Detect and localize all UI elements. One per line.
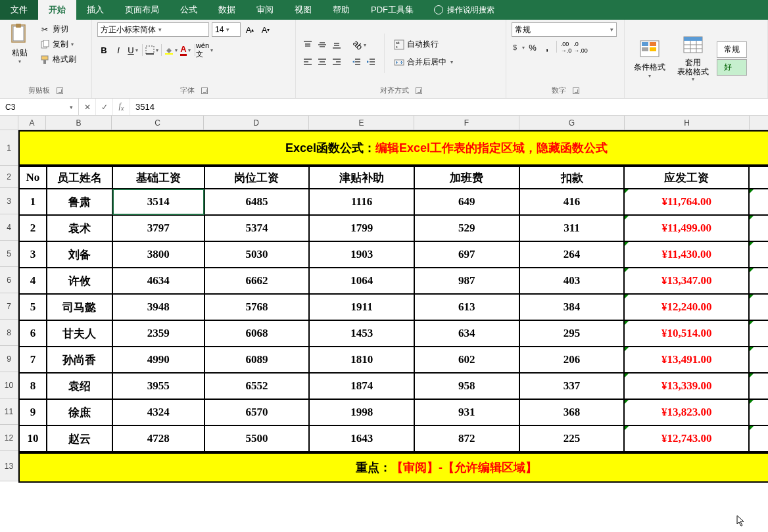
increase-decimal-button[interactable]: .00→.0 [560, 41, 573, 54]
wrap-text-button[interactable]: abc 自动换行 [391, 37, 456, 51]
italic-button[interactable]: I [112, 43, 125, 57]
cell[interactable]: 1911 [309, 294, 414, 320]
col-header-A[interactable]: A [18, 116, 46, 130]
bottom-align-button[interactable] [330, 38, 343, 51]
format-painter-button[interactable]: 格式刷 [37, 53, 79, 66]
formula-input-wrap[interactable] [130, 99, 768, 115]
cell[interactable]: 1116 [309, 189, 414, 215]
row-header-13[interactable]: 13 [0, 451, 18, 481]
header-cell[interactable]: 扣款 [519, 166, 625, 189]
underline-button[interactable]: U [126, 43, 139, 57]
cell[interactable]: 206 [519, 347, 625, 373]
cell[interactable]: 甘夫人 [47, 320, 112, 347]
cell[interactable]: 袁术 [47, 215, 112, 241]
cell[interactable]: 3800 [112, 241, 204, 268]
cell[interactable]: ¥11,166.00 [749, 241, 768, 268]
grow-font-button[interactable]: A▴ [243, 23, 256, 36]
clipboard-launcher[interactable] [57, 87, 63, 94]
row-header-5[interactable]: 5 [0, 241, 18, 267]
cell[interactable]: 958 [414, 373, 519, 399]
cell[interactable]: 529 [414, 215, 519, 241]
font-size-combo[interactable]: 14 ▾ [212, 22, 241, 37]
center-align-button[interactable] [316, 55, 329, 68]
increase-indent-button[interactable] [364, 55, 377, 68]
cell[interactable]: 6089 [204, 347, 310, 373]
tab-view[interactable]: 视图 [284, 0, 322, 20]
col-header-H[interactable]: H [625, 116, 750, 130]
cell[interactable]: 1810 [309, 347, 414, 373]
cancel-formula-button[interactable]: ✕ [79, 99, 96, 115]
cell[interactable]: 416 [519, 189, 625, 215]
font-name-combo[interactable]: 方正小标宋简体 ▾ [97, 22, 209, 37]
conditional-format-button[interactable]: 条件格式▾ [630, 37, 669, 80]
decrease-decimal-button[interactable]: .0→.00 [574, 41, 587, 54]
border-button[interactable] [145, 43, 158, 57]
fx-button[interactable]: fx [113, 99, 130, 115]
cell[interactable]: ¥11,188.00 [749, 215, 768, 241]
row-header-7[interactable]: 7 [0, 293, 18, 320]
col-header-D[interactable]: D [204, 116, 309, 130]
align-launcher[interactable] [416, 87, 422, 94]
cell[interactable]: 5 [19, 294, 47, 320]
cell[interactable]: 5030 [204, 241, 310, 268]
col-header-C[interactable]: C [112, 116, 204, 130]
fill-color-button[interactable] [164, 43, 178, 57]
header-cell[interactable]: 员工姓名 [47, 166, 112, 189]
col-header-B[interactable]: B [46, 116, 112, 130]
tab-home[interactable]: 开始 [38, 0, 76, 20]
cell[interactable]: 2 [19, 215, 47, 241]
top-align-button[interactable] [301, 38, 314, 51]
cell[interactable]: 1064 [309, 268, 414, 294]
select-all-corner[interactable] [0, 116, 18, 130]
cell[interactable]: 6 [19, 320, 47, 347]
cell[interactable]: 5500 [204, 425, 310, 452]
cell[interactable]: 872 [414, 425, 519, 452]
cell[interactable]: ¥11,499.00 [624, 215, 749, 241]
cell[interactable]: 4634 [112, 268, 204, 294]
cell[interactable]: 987 [414, 268, 519, 294]
cell[interactable]: 225 [519, 425, 625, 452]
cell[interactable]: ¥13,002.00 [749, 373, 768, 399]
row-header-9[interactable]: 9 [0, 346, 18, 372]
header-cell[interactable]: 基础工资 [112, 166, 204, 189]
cell[interactable]: 3797 [112, 215, 204, 241]
cell[interactable]: 403 [519, 268, 625, 294]
cell[interactable]: ¥12,240.00 [624, 294, 749, 320]
cell[interactable]: 311 [519, 215, 625, 241]
style-good-button[interactable]: 好 [717, 59, 747, 76]
left-align-button[interactable] [301, 55, 314, 68]
style-normal-button[interactable]: 常规 [717, 41, 747, 58]
cell[interactable]: 384 [519, 294, 625, 320]
name-box-input[interactable] [5, 103, 70, 112]
cell[interactable]: 司马懿 [47, 294, 112, 320]
cell[interactable]: 1903 [309, 241, 414, 268]
orientation-button[interactable]: ab [350, 38, 370, 51]
row-header-6[interactable]: 6 [0, 267, 18, 293]
cell[interactable]: 697 [414, 241, 519, 268]
header-cell[interactable]: 实发工资 [749, 166, 768, 189]
tab-file[interactable]: 文件 [0, 0, 38, 20]
cell[interactable]: 1 [19, 189, 47, 215]
tab-data[interactable]: 数据 [208, 0, 246, 20]
copy-button[interactable]: 复制▾ [37, 37, 79, 51]
cell[interactable]: 5374 [204, 215, 310, 241]
cell[interactable]: ¥12,518.00 [749, 425, 768, 452]
tab-layout[interactable]: 页面布局 [114, 0, 170, 20]
col-header-E[interactable]: E [309, 116, 414, 130]
cell[interactable]: 634 [414, 320, 519, 347]
cell[interactable]: 刘备 [47, 241, 112, 268]
cell[interactable]: 徐庶 [47, 399, 112, 425]
col-header-G[interactable]: G [519, 116, 625, 130]
footer-row[interactable]: 重点： 【审阅】-【允许编辑区域】 [18, 452, 768, 483]
cell[interactable]: ¥13,347.00 [624, 268, 749, 294]
cell[interactable]: ¥13,339.00 [624, 373, 749, 399]
cell[interactable]: 602 [414, 347, 519, 373]
cell[interactable]: 3948 [112, 294, 204, 320]
decrease-indent-button[interactable] [350, 55, 363, 68]
formula-input[interactable] [135, 102, 763, 112]
cell[interactable]: 295 [519, 320, 625, 347]
cell[interactable]: 1998 [309, 399, 414, 425]
right-align-button[interactable] [330, 55, 343, 68]
name-box[interactable]: ▾ [0, 99, 79, 115]
cell[interactable]: 931 [414, 399, 519, 425]
